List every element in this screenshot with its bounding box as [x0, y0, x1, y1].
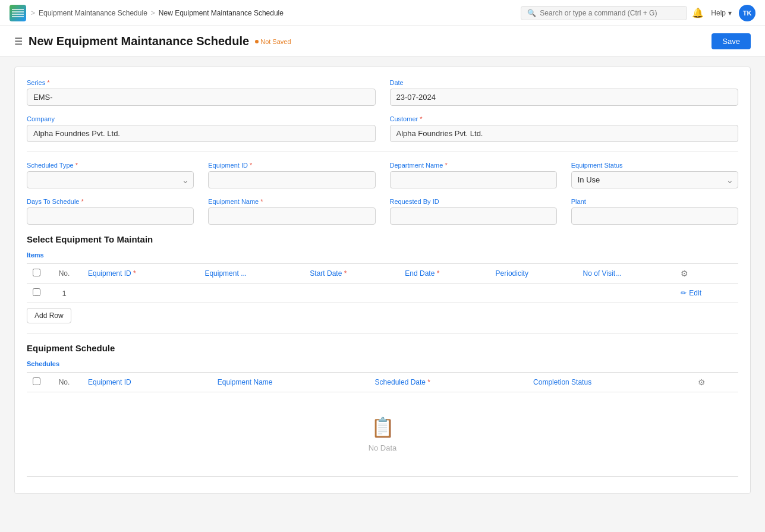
sched-col-header-settings: ⚙ [692, 373, 738, 392]
row-periodicity-cell [490, 284, 577, 303]
avatar[interactable]: TK [739, 5, 755, 21]
not-saved-dot [255, 40, 259, 43]
top-navigation: > Equipment Maintanance Schedule > New E… [0, 0, 765, 26]
equipment-status-select[interactable]: In Use Available Under Maintenance [571, 171, 738, 188]
col-header-equipment-name: Equipment ... [199, 264, 304, 284]
equipment-id-group: Equipment ID * [208, 162, 375, 188]
series-input[interactable] [27, 89, 376, 106]
items-table-body: 1 ✏ Edit [27, 284, 738, 303]
equipment-id-input[interactable] [208, 171, 375, 188]
row-start-date-cell [304, 284, 399, 303]
date-input[interactable] [390, 89, 739, 106]
items-table-section: Items No. Equipment ID * Equipment ... S… [27, 251, 738, 323]
notifications-icon[interactable]: 🔔 [692, 7, 704, 18]
items-label: Items [27, 251, 738, 259]
equipment-schedule-heading: Equipment Schedule [27, 343, 738, 353]
row-checkbox-cell [27, 284, 46, 303]
equipment-status-label: Equipment Status [571, 162, 738, 169]
pencil-icon: ✏ [681, 289, 687, 297]
days-to-schedule-input[interactable] [27, 207, 194, 225]
col-header-end-date: End Date * [399, 264, 489, 284]
select-all-schedules-checkbox[interactable] [33, 377, 40, 385]
search-input[interactable] [540, 9, 681, 17]
select-equipment-heading: Select Equipment To Maintain [27, 234, 738, 244]
chevron-down-icon: ▾ [728, 9, 732, 17]
no-data-icon: 📋 [27, 416, 738, 439]
row-no-of-visits-cell [577, 284, 675, 303]
search-bar[interactable]: 🔍 [521, 6, 687, 20]
company-input[interactable] [27, 125, 376, 142]
requested-by-id-group: Requested By ID [390, 198, 557, 225]
form-divider [27, 152, 738, 152]
sched-col-header-equipment-id: Equipment ID [82, 373, 212, 392]
save-button[interactable]: Save [712, 33, 751, 49]
requested-by-id-input[interactable] [390, 207, 557, 225]
department-name-label: Department Name * [390, 162, 557, 169]
company-group: Company [27, 115, 376, 142]
no-data-row: 📋 No Data [27, 392, 738, 477]
not-saved-text: Not Saved [260, 38, 291, 45]
date-label: Date [390, 79, 739, 86]
page-title: New Equipment Maintanance Schedule [29, 34, 249, 48]
row-end-date-cell [399, 284, 489, 303]
help-label: Help [711, 9, 726, 17]
form-row-company-customer: Company Customer * [27, 115, 738, 142]
equipment-status-select-wrap: In Use Available Under Maintenance [571, 171, 738, 188]
add-row-button[interactable]: Add Row [27, 308, 71, 323]
sched-col-header-equipment-name: Equipment Name [212, 373, 369, 392]
items-table-header-row: No. Equipment ID * Equipment ... Start D… [27, 264, 738, 284]
select-all-items-checkbox[interactable] [33, 269, 40, 276]
items-table: No. Equipment ID * Equipment ... Start D… [27, 263, 738, 303]
sched-col-header-scheduled-date: Scheduled Date * [369, 373, 527, 392]
form-row-row3: Scheduled Type * Equipment ID * Departme… [27, 162, 738, 188]
department-name-group: Department Name * [390, 162, 557, 188]
schedules-table-settings-button[interactable]: ⚙ [698, 377, 706, 387]
search-icon: 🔍 [527, 9, 536, 17]
company-label: Company [27, 115, 376, 122]
breadcrumb-sep: > [151, 9, 155, 17]
requested-by-id-label: Requested By ID [390, 198, 557, 205]
sched-col-header-completion-status: Completion Status [527, 373, 692, 392]
department-name-input[interactable] [390, 171, 557, 188]
col-header-no-of-visits: No of Visit... [577, 264, 675, 284]
col-header-start-date: Start Date * [304, 264, 399, 284]
plant-group: Plant [571, 198, 738, 225]
form-row-row4: Days To Schedule * Equipment Name * Requ… [27, 198, 738, 225]
equipment-name-group: Equipment Name * [208, 198, 375, 225]
scheduled-type-group: Scheduled Type * [27, 162, 194, 188]
breadcrumb-parent[interactable]: Equipment Maintanance Schedule [39, 9, 147, 17]
customer-group: Customer * [390, 115, 739, 142]
form-row-series-date: Series * Date [27, 79, 738, 106]
scheduled-type-select-wrap [27, 171, 194, 188]
equipment-name-input[interactable] [208, 207, 375, 225]
sidebar-toggle-icon[interactable]: ☰ [14, 36, 23, 47]
row-checkbox[interactable] [33, 288, 40, 296]
row-equipment-name-cell [199, 284, 304, 303]
schedules-table-head: No. Equipment ID Equipment Name Schedule… [27, 373, 738, 392]
sched-col-header-check [27, 373, 46, 392]
schedules-table-body: 📋 No Data [27, 392, 738, 477]
series-group: Series * [27, 79, 376, 106]
plant-input[interactable] [571, 207, 738, 225]
top-nav-right: 🔔 Help ▾ TK [692, 5, 755, 21]
customer-label: Customer * [390, 115, 739, 122]
app-logo [10, 5, 26, 21]
equipment-id-label: Equipment ID * [208, 162, 375, 169]
page-header: ☰ New Equipment Maintanance Schedule Not… [0, 26, 765, 57]
items-table-settings-button[interactable]: ⚙ [681, 269, 688, 278]
equipment-name-label: Equipment Name * [208, 198, 375, 205]
breadcrumb: > Equipment Maintanance Schedule > New E… [31, 9, 516, 17]
schedules-table: No. Equipment ID Equipment Name Schedule… [27, 372, 738, 477]
breadcrumb-home-sep: > [31, 9, 35, 17]
sched-col-header-no: No. [46, 373, 82, 392]
section-divider [27, 333, 738, 333]
help-button[interactable]: Help ▾ [711, 9, 732, 17]
customer-input[interactable] [390, 125, 739, 142]
no-data-text: No Data [27, 443, 738, 452]
scheduled-type-select[interactable] [27, 171, 194, 188]
date-group: Date [390, 79, 739, 106]
row-edit-button[interactable]: ✏ Edit [681, 289, 701, 297]
col-header-periodicity: Periodicity [490, 264, 577, 284]
schedules-label: Schedules [27, 360, 738, 367]
days-to-schedule-label: Days To Schedule * [27, 198, 194, 205]
